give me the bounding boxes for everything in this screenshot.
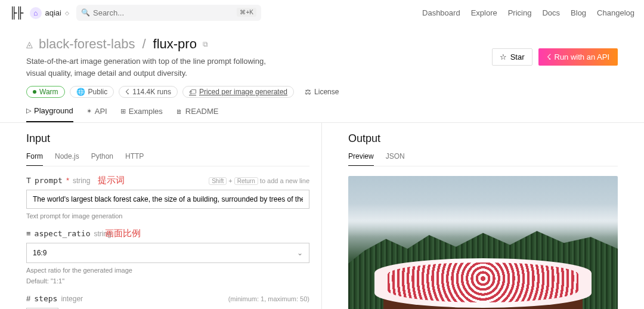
output-tab-preview[interactable]: Preview: [348, 152, 374, 166]
nav-pricing[interactable]: Pricing: [508, 8, 532, 17]
field-steps: # steps integer (minimum: 1, maximum: 50…: [26, 294, 309, 309]
wand-icon: ✶: [86, 107, 92, 115]
aspect-ratio-select[interactable]: 16:9 ⌄: [26, 243, 309, 263]
text-type-icon: T: [26, 176, 31, 185]
select-value: 16:9: [33, 249, 47, 257]
input-code-tabs: Form Node.js Python HTTP: [26, 152, 309, 166]
input-heading: Input: [26, 132, 309, 145]
topbar: ╟╟ ⌂ aqiai ◇ 🔍 ⌘+K Dashboard Explore Pri…: [0, 0, 644, 26]
play-icon: ▷: [26, 107, 31, 115]
field-name: prompt: [35, 176, 63, 185]
tab-readme[interactable]: 🗎README: [176, 106, 219, 122]
code-tab-form[interactable]: Form: [26, 152, 43, 166]
scale-icon: ⚖: [305, 88, 311, 96]
badge-warm: Warm: [26, 86, 65, 98]
search-box[interactable]: 🔍 ⌘+K: [76, 5, 261, 21]
field-name: steps: [34, 294, 57, 303]
output-panel: Output Preview JSON 公众号 · 阿奇谈A: [322, 123, 644, 309]
shortcut-hint: ⌘+K: [237, 8, 256, 17]
prompt-help: Text prompt for image generation: [26, 212, 309, 220]
input-panel: Input Form Node.js Python HTTP T prompt*…: [0, 123, 322, 309]
output-tabs: Preview JSON: [348, 152, 618, 166]
badge-runs: ☇114.4K runs: [119, 86, 178, 98]
tab-api[interactable]: ✶API: [86, 106, 107, 122]
badge-public: 🌐Public: [70, 86, 114, 98]
field-type: string: [73, 177, 90, 185]
output-image[interactable]: 公众号 · 阿奇谈A: [348, 176, 618, 309]
aspect-default: Default: "1:1": [26, 277, 309, 285]
aspect-help: Aspect ratio for the generated image: [26, 267, 309, 274]
doc-icon: 🗎: [176, 108, 182, 115]
bolt-icon: ☇: [125, 88, 129, 96]
code-tab-python[interactable]: Python: [91, 152, 113, 166]
star-button[interactable]: ☆Star: [492, 48, 532, 66]
output-heading: Output: [348, 132, 618, 145]
steps-range-hint: (minimum: 1, maximum: 50): [228, 295, 309, 302]
tag-icon: 🏷: [189, 88, 196, 96]
tab-examples[interactable]: ⊞Examples: [120, 106, 163, 122]
field-name: aspect_ratio: [35, 229, 91, 238]
star-icon: ☆: [500, 52, 507, 61]
field-prompt: T prompt* string Shift + Return to add a…: [26, 176, 309, 220]
badge-pricing[interactable]: 🏷Priced per image generated: [182, 86, 294, 98]
chevron-down-icon: ◇: [65, 10, 69, 16]
bolt-icon: ☇: [547, 52, 551, 61]
field-type: string: [94, 230, 112, 238]
tab-playground[interactable]: ▷Playground: [26, 106, 73, 122]
badge-license[interactable]: ⚖License: [299, 86, 345, 97]
copy-icon[interactable]: ⧉: [203, 40, 208, 48]
field-aspect-ratio: ≡ aspect_ratio string 画面比例 16:9 ⌄ Aspect…: [26, 229, 309, 285]
prompt-input[interactable]: [26, 190, 309, 209]
nav-dashboard[interactable]: Dashboard: [422, 8, 460, 17]
nav-docs[interactable]: Docs: [542, 8, 560, 17]
avatar-icon: ⌂: [30, 7, 42, 19]
output-tab-json[interactable]: JSON: [386, 152, 405, 166]
field-type: integer: [61, 295, 83, 303]
model-subtabs: ▷Playground ✶API ⊞Examples 🗎README: [0, 98, 644, 123]
newline-hint: Shift + Return to add a new line: [209, 177, 309, 184]
code-tab-http[interactable]: HTTP: [125, 152, 144, 166]
site-logo[interactable]: ╟╟: [10, 7, 23, 19]
model-name: flux-pro: [153, 36, 197, 52]
list-type-icon: ≡: [26, 229, 31, 238]
owner-link[interactable]: black-forest-labs: [39, 36, 135, 52]
model-subtitle: State-of-the-art image generation with t…: [26, 55, 277, 79]
run-with-api-button[interactable]: ☇Run with an API: [538, 48, 618, 66]
chevron-down-icon: ⌄: [297, 249, 303, 257]
user-menu[interactable]: ⌂ aqiai ◇: [30, 7, 69, 19]
model-title: ◬ black-forest-labs / flux-pro ⧉: [26, 36, 492, 52]
top-nav: Dashboard Explore Pricing Docs Blog Chan…: [422, 8, 634, 17]
number-type-icon: #: [26, 294, 30, 303]
code-tab-nodejs[interactable]: Node.js: [55, 152, 79, 166]
nav-changelog[interactable]: Changelog: [597, 8, 634, 17]
username: aqiai: [45, 8, 61, 17]
org-icon: ◬: [26, 39, 33, 49]
search-icon: 🔍: [81, 8, 90, 17]
nav-blog[interactable]: Blog: [571, 8, 586, 17]
nav-explore[interactable]: Explore: [471, 8, 497, 17]
globe-icon: 🌐: [76, 88, 85, 96]
grid-icon: ⊞: [120, 107, 126, 115]
model-header: ◬ black-forest-labs / flux-pro ⧉ State-o…: [0, 26, 644, 98]
search-input[interactable]: [76, 5, 261, 21]
